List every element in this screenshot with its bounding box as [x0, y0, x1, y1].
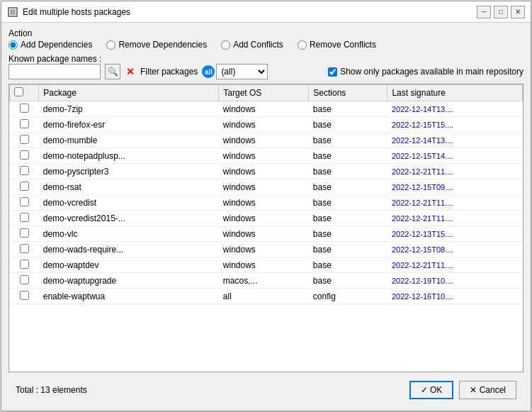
row-checkbox[interactable]: [20, 260, 29, 269]
row-signature: 2022-12-16T10....: [387, 289, 523, 304]
row-checkbox[interactable]: [20, 104, 29, 113]
row-checkbox[interactable]: [20, 150, 29, 160]
clear-button[interactable]: ✕: [125, 66, 136, 77]
row-checkbox-cell[interactable]: [10, 179, 39, 195]
filter-row: 🔍 ✕ Filter packages all (all) windows ma…: [9, 64, 523, 79]
row-checkbox[interactable]: [20, 119, 29, 128]
col-checkbox: [10, 85, 39, 101]
maximize-button[interactable]: □: [494, 6, 508, 18]
total-label: Total : 13 elements: [16, 385, 87, 395]
row-checkbox-cell[interactable]: [10, 148, 39, 164]
row-package: demo-pyscripter3: [39, 164, 219, 179]
table-row[interactable]: demo-notepadplusp... windows base 2022-1…: [10, 148, 523, 164]
action-label: Action: [9, 28, 523, 38]
row-checkbox-cell[interactable]: [10, 273, 39, 289]
row-package: demo-rsat: [39, 179, 219, 195]
row-package: demo-notepadplusp...: [39, 148, 219, 164]
row-signature: 2022-12-21T11....: [387, 195, 523, 211]
row-checkbox-cell[interactable]: [10, 133, 39, 148]
row-checkbox-cell[interactable]: [10, 195, 39, 211]
window-title: Edit multiple hosts packages: [23, 7, 477, 17]
row-checkbox-cell[interactable]: [10, 257, 39, 273]
row-checkbox[interactable]: [20, 182, 29, 191]
row-signature: 2022-12-13T15....: [387, 226, 523, 242]
row-checkbox-cell[interactable]: [10, 101, 39, 117]
table-row[interactable]: demo-firefox-esr windows base 2022-12-15…: [10, 117, 523, 133]
table-row[interactable]: demo-vcredist windows base 2022-12-21T11…: [10, 195, 523, 211]
row-os: windows: [219, 195, 309, 211]
main-repo-checkbox-label[interactable]: Show only packages available in main rep…: [328, 67, 523, 77]
table-row[interactable]: demo-waptdev windows base 2022-12-21T11.…: [10, 257, 523, 273]
row-checkbox-cell[interactable]: [10, 117, 39, 133]
radio-add-dep-input[interactable]: [9, 40, 18, 50]
row-checkbox-cell[interactable]: [10, 164, 39, 179]
table-row[interactable]: enable-waptwua all config 2022-12-16T10.…: [10, 289, 523, 304]
row-os: windows: [219, 226, 309, 242]
packages-table: Package Target OS Sections Last signatur…: [9, 84, 523, 304]
row-checkbox-cell[interactable]: [10, 289, 39, 304]
table-row[interactable]: demo-pyscripter3 windows base 2022-12-21…: [10, 164, 523, 179]
filter-packages-label: Filter packages: [140, 67, 198, 77]
radio-remove-con-input[interactable]: [298, 40, 307, 50]
row-package: demo-mumble: [39, 133, 219, 148]
row-checkbox-cell[interactable]: [10, 242, 39, 257]
row-section: base: [309, 148, 387, 164]
action-section: Action Add Dependencies Remove Dependenc…: [9, 28, 523, 50]
table-row[interactable]: demo-waptupgrade macos,... base 2022-12-…: [10, 273, 523, 289]
row-os: windows: [219, 101, 309, 117]
row-section: base: [309, 133, 387, 148]
table-row[interactable]: demo-mumble windows base 2022-12-14T13..…: [10, 133, 523, 148]
row-section: base: [309, 211, 387, 226]
row-checkbox[interactable]: [20, 213, 29, 222]
row-signature: 2022-12-21T11....: [387, 211, 523, 226]
row-signature: 2022-12-21T11....: [387, 164, 523, 179]
table-row[interactable]: demo-vcredist2015-... windows base 2022-…: [10, 211, 523, 226]
radio-add-conflicts[interactable]: Add Conflicts: [221, 40, 283, 50]
row-package: demo-vcredist: [39, 195, 219, 211]
row-checkbox-cell[interactable]: [10, 226, 39, 242]
ok-button[interactable]: ✓ OK: [409, 381, 454, 399]
row-checkbox[interactable]: [20, 135, 29, 144]
filter-select[interactable]: (all) windows macos linux: [216, 64, 268, 79]
table-row[interactable]: demo-7zip windows base 2022-12-14T13....: [10, 101, 523, 117]
radio-remove-dep-input[interactable]: [106, 40, 115, 50]
row-checkbox-cell[interactable]: [10, 211, 39, 226]
row-checkbox[interactable]: [20, 197, 29, 206]
filter-dropdown-wrap: all (all) windows macos linux: [202, 64, 268, 79]
close-button[interactable]: ✕: [511, 6, 525, 18]
radio-add-dependencies[interactable]: Add Dependencies: [9, 40, 92, 50]
table-row[interactable]: demo-vlc windows base 2022-12-13T15....: [10, 226, 523, 242]
row-signature: 2022-12-15T08....: [387, 242, 523, 257]
search-input[interactable]: [9, 64, 101, 79]
row-checkbox[interactable]: [20, 275, 29, 284]
row-signature: 2022-12-19T10....: [387, 273, 523, 289]
radio-remove-conflicts[interactable]: Remove Conflicts: [298, 40, 376, 50]
radio-remove-dep-label: Remove Dependencies: [118, 40, 207, 50]
packages-table-container[interactable]: Package Target OS Sections Last signatur…: [9, 84, 523, 372]
cancel-button[interactable]: ✕ Cancel: [459, 381, 516, 399]
row-signature: 2022-12-15T09....: [387, 179, 523, 195]
col-sig-header: Last signature: [387, 85, 523, 101]
table-body: demo-7zip windows base 2022-12-14T13....…: [10, 101, 523, 304]
row-package: demo-7zip: [39, 101, 219, 117]
radio-group: Add Dependencies Remove Dependencies Add…: [9, 40, 523, 50]
table-row[interactable]: demo-wads-require... windows base 2022-1…: [10, 242, 523, 257]
radio-add-dep-label: Add Dependencies: [21, 40, 92, 50]
row-package: demo-firefox-esr: [39, 117, 219, 133]
row-signature: 2022-12-21T11....: [387, 257, 523, 273]
radio-add-con-input[interactable]: [221, 40, 230, 50]
row-os: windows: [219, 242, 309, 257]
radio-remove-dependencies[interactable]: Remove Dependencies: [106, 40, 207, 50]
row-checkbox[interactable]: [20, 166, 29, 175]
search-button[interactable]: 🔍: [105, 64, 120, 79]
table-row[interactable]: demo-rsat windows base 2022-12-15T09....: [10, 179, 523, 195]
minimize-button[interactable]: ─: [477, 6, 491, 18]
button-group: ✓ OK ✕ Cancel: [409, 381, 516, 399]
row-section: config: [309, 289, 387, 304]
row-checkbox[interactable]: [20, 291, 29, 300]
row-checkbox[interactable]: [20, 228, 29, 238]
select-all-checkbox[interactable]: [14, 87, 23, 96]
row-section: base: [309, 226, 387, 242]
main-repo-checkbox[interactable]: [328, 67, 337, 77]
row-checkbox[interactable]: [20, 244, 29, 253]
